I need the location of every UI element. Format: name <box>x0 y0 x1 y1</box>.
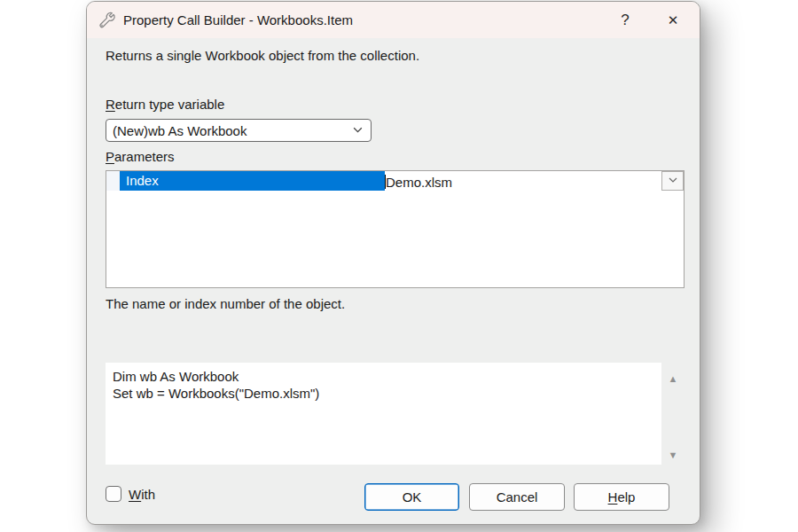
chevron-down-icon <box>668 173 678 189</box>
with-label: With <box>129 487 155 502</box>
with-label-accel: W <box>129 487 141 502</box>
return-type-combobox[interactable]: (New)wb As Workbook <box>106 119 372 142</box>
dialog-body: Returns a single Workbook object from th… <box>87 38 700 525</box>
parameter-value-dropdown-button[interactable] <box>661 171 684 191</box>
return-type-label-rest: eturn type variable <box>115 97 224 112</box>
parameter-row-header[interactable] <box>106 171 120 191</box>
cancel-button[interactable]: Cancel <box>469 483 565 511</box>
code-line: Dim wb As Workbook <box>113 368 654 385</box>
dialog-title: Property Call Builder - Workbooks.Item <box>123 12 607 27</box>
help-label-accel: H <box>608 489 618 505</box>
parameters-label-rest: arameters <box>114 149 175 164</box>
parameter-hint: The name or index number of the object. <box>106 296 345 311</box>
parameters-label: Parameters <box>106 149 175 164</box>
ok-button[interactable]: OK <box>364 483 459 511</box>
with-option: With <box>106 486 155 502</box>
help-label-rest: elp <box>617 489 635 505</box>
scroll-down-icon[interactable]: ▼ <box>663 449 683 461</box>
close-icon[interactable]: ✕ <box>655 6 691 35</box>
parameter-row: Index Demo.xlsm <box>106 171 684 191</box>
return-type-label: Return type variable <box>106 97 224 112</box>
property-call-builder-dialog: Property Call Builder - Workbooks.Item ?… <box>86 1 700 525</box>
titlebar-help-button[interactable]: ? <box>607 6 643 35</box>
parameters-grid[interactable]: Index Demo.xlsm <box>106 170 685 288</box>
dialog-description: Returns a single Workbook object from th… <box>106 48 419 63</box>
scroll-up-icon[interactable]: ▲ <box>663 372 683 385</box>
wrench-icon <box>98 11 116 29</box>
parameter-name-cell[interactable]: Index <box>120 171 385 191</box>
return-type-label-accel: R <box>106 97 115 112</box>
return-type-selected-value: (New)wb As Workbook <box>113 123 352 138</box>
code-line: Set wb = Workbooks("Demo.xlsm") <box>113 385 654 402</box>
with-label-rest: ith <box>141 487 155 502</box>
parameters-label-accel: P <box>106 149 114 164</box>
chevron-down-icon <box>352 123 364 138</box>
parameter-value-text: Demo.xlsm <box>386 175 452 190</box>
help-button[interactable]: Help <box>574 483 669 511</box>
code-preview[interactable]: Dim wb As Workbook Set wb = Workbooks("D… <box>106 363 661 465</box>
title-bar[interactable]: Property Call Builder - Workbooks.Item ?… <box>87 2 700 38</box>
with-checkbox[interactable] <box>106 486 121 502</box>
parameter-value-cell[interactable]: Demo.xlsm <box>385 171 661 191</box>
